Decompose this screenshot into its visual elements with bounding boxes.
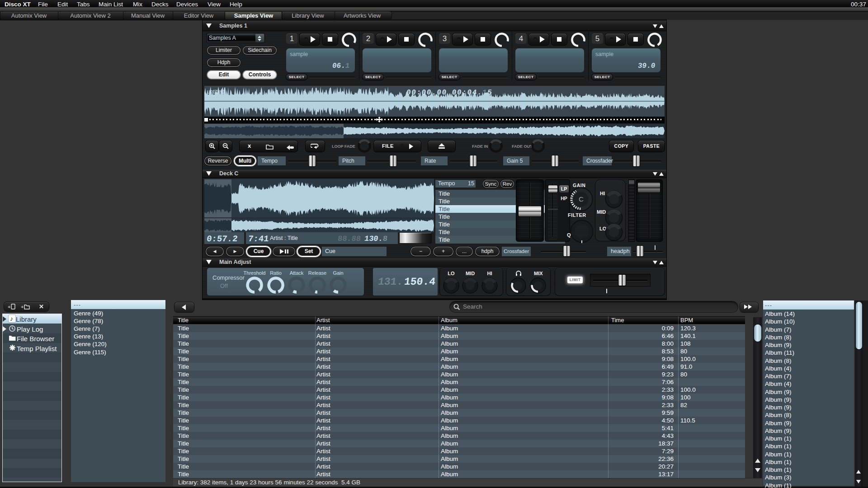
svg-text:+: + [21,304,24,310]
svg-text:+: + [8,304,10,310]
